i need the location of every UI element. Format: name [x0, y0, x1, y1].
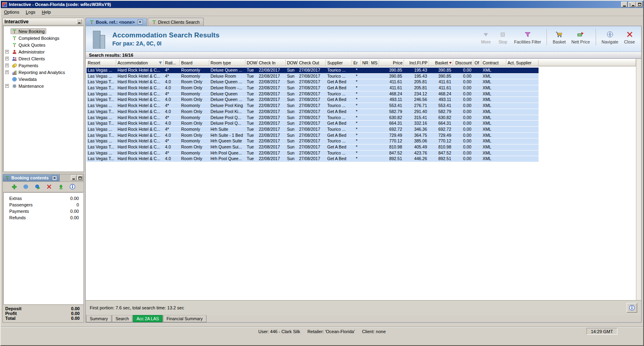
table-row-9[interactable]: Las Vegas ...Hard Rock Hotel & C...4*Roo… [87, 115, 539, 121]
col-header-er-10[interactable]: Er [352, 60, 361, 66]
bottom-tab-acc-2a-las[interactable]: Acc 2A LAS [133, 315, 162, 322]
table-row-10[interactable]: Las Vegas T...Hard Rock Hotel & C...4.0R… [87, 121, 539, 127]
col-header-check-out-8[interactable]: Check Out [298, 60, 326, 66]
col-header-rati-2[interactable]: Rati... [164, 60, 180, 66]
col-header-dow-7[interactable]: DOW [286, 60, 298, 66]
table-row-6[interactable]: Las Vegas T...Hard Rock Hotel & C...4.0R… [87, 97, 539, 103]
sidebar-item-direct-clients[interactable]: +Direct Clients [5, 55, 83, 62]
table-row-4[interactable]: Las Vegas T...Hard Rock Hotel & C...4.0R… [87, 85, 539, 91]
booking-contents-tab[interactable]: Booking contents × [3, 174, 60, 181]
expander-icon[interactable]: + [5, 57, 9, 60]
col-header-supplier-9[interactable]: Supplier [326, 60, 352, 66]
col-header-of-17[interactable]: Of [473, 60, 481, 66]
navigate-icon [607, 31, 613, 38]
table-row-2[interactable]: Las Vegas ...Hard Rock Hotel & C...4*Roo… [87, 74, 539, 80]
mdi-restore-button[interactable] [637, 2, 642, 7]
sidebar-item-label: Viewdata [19, 77, 37, 82]
cell: Tue [246, 156, 258, 162]
col-header-label: Er [353, 60, 358, 65]
globe-arrow-button[interactable] [34, 183, 41, 190]
minimize-button[interactable] [621, 2, 627, 7]
cell [370, 133, 379, 138]
table-row-8[interactable]: Las Vegas T...Hard Rock Hotel & C...4.0R… [87, 109, 539, 115]
expander-icon[interactable]: + [5, 50, 9, 54]
close-booking-contents-icon[interactable]: × [52, 175, 57, 181]
tab-direct-clients-search[interactable]: Direct Clients Search [148, 18, 204, 26]
sidebar-item-maintenance[interactable]: +Maintenance [5, 82, 83, 89]
col-header-room-type-4[interactable]: Room type [209, 60, 246, 66]
cell [473, 91, 481, 97]
table-row-14[interactable]: Las Vegas T...Hard Rock Hotel & C...4.0R… [87, 144, 539, 150]
basket-button[interactable]: Basket [550, 29, 568, 45]
booking-contents-minimize-button[interactable] [71, 175, 76, 181]
col-header-incl-fl-pp-14[interactable]: Incl.Fl.PP [404, 60, 429, 66]
globe-button[interactable] [22, 183, 29, 190]
expander-icon[interactable]: + [5, 64, 9, 67]
nett-price-button[interactable]: Nett Price [568, 29, 592, 45]
navigate-button[interactable]: Navigate [599, 29, 621, 45]
table-row-5[interactable]: Las Vegas ...Hard Rock Hotel & C...4*Roo… [87, 91, 539, 97]
col-header-accommodation-1[interactable]: Accommodation [116, 60, 164, 66]
cell: 364.75 [404, 133, 429, 138]
sidebar-item-new-booking[interactable]: New Booking [5, 28, 83, 35]
col-header-discount-16[interactable]: Discount [453, 60, 473, 66]
col-header-resort-0[interactable]: Resort [87, 60, 116, 66]
table-row-11[interactable]: Las Vegas ...Hard Rock Hotel & C...4*Roo… [87, 127, 539, 133]
add-button[interactable] [10, 183, 18, 190]
cell: * [352, 144, 361, 150]
window-title: Interactive - Ocean-Florida (code: wRezW… [9, 2, 620, 7]
col-header-board-3[interactable]: Board [180, 60, 209, 66]
facilities-filter-button[interactable]: Facilities Filter [511, 29, 544, 45]
col-header-dow-5[interactable]: DOW [246, 60, 258, 66]
col-header-basket-15[interactable]: Basket [429, 60, 453, 66]
col-header-check-in-6[interactable]: Check In [258, 60, 286, 66]
sidebar-item-administrator[interactable]: +Administrator [5, 48, 83, 55]
menu-help[interactable]: Help [39, 8, 54, 16]
tab-book-ref-none[interactable]: Book. ref.: <none>× [85, 18, 147, 26]
table-row-15[interactable]: Las Vegas ...Hard Rock Hotel & C...4*Roo… [87, 150, 539, 157]
cell: 4* [164, 127, 180, 132]
cell: Get A Bed [326, 79, 352, 85]
table-row-16[interactable]: Las Vegas T...Hard Rock Hotel & C...4.0R… [87, 156, 539, 162]
vertical-scrollbar[interactable] [636, 59, 641, 300]
sidebar-item-completed-bookings[interactable]: Completed Bookings [5, 35, 83, 41]
cell [506, 109, 539, 115]
info-button[interactable] [627, 303, 637, 313]
sidebar-item-payments[interactable]: +Payments [5, 62, 83, 69]
info-button[interactable] [69, 183, 76, 190]
col-header-price-13[interactable]: Price [379, 60, 404, 66]
close-tab-icon[interactable]: × [138, 19, 143, 25]
delete-button[interactable] [45, 183, 53, 190]
menu-options[interactable]: Options [1, 8, 23, 16]
cell: 22/08/2017 [258, 121, 286, 126]
bottom-tab-summary[interactable]: Summary [86, 315, 111, 322]
table-row-3[interactable]: Las Vegas T...Hard Rock Hotel & C...4.0R… [87, 79, 539, 85]
cell: XML [481, 150, 506, 156]
menu-logs[interactable]: Logs [23, 8, 39, 16]
col-header-ms-12[interactable]: MS [370, 60, 379, 66]
import-button[interactable] [57, 183, 64, 190]
collapse-panel-button[interactable] [76, 19, 82, 24]
close-button[interactable]: Close [621, 29, 638, 45]
bottom-tab-financial-summary[interactable]: Financial Summary [163, 315, 206, 322]
cell: Las Vegas T... [87, 144, 116, 150]
table-row-12[interactable]: Las Vegas T...Hard Rock Hotel & C...4.0R… [87, 133, 539, 139]
col-header-act-supplier-19[interactable]: Act. Supplier [506, 60, 539, 66]
booking-contents-restore-button[interactable] [77, 175, 83, 181]
table-row-13[interactable]: Las Vegas ...Hard Rock Hotel & C...4*Roo… [87, 138, 539, 144]
col-header-contract-18[interactable]: Contract [481, 60, 506, 66]
col-header-nr-11[interactable]: NR [361, 60, 370, 66]
cell [506, 144, 539, 150]
cell: XML [481, 109, 506, 115]
expander-icon[interactable]: + [5, 84, 9, 88]
cell: 810.98 [379, 144, 404, 150]
expander-icon[interactable]: + [5, 70, 9, 74]
sidebar-item-quick-quotes[interactable]: Quick Quotes [5, 41, 83, 48]
mdi-minimize-button[interactable] [630, 2, 636, 7]
sidebar-item-reporting-and-analytics[interactable]: +Reporting and Analytics [5, 69, 83, 76]
interactive-panel: Interactive New BookingCompleted Booking… [2, 18, 84, 172]
bottom-tab-search[interactable]: Search [112, 315, 132, 322]
table-row-1[interactable]: Las Vegas ...Hard Rock Hotel & C...4*Roo… [87, 68, 539, 74]
table-row-7[interactable]: Las Vegas ...Hard Rock Hotel & C...4*Roo… [87, 103, 539, 109]
sidebar-item-viewdata[interactable]: Viewdata [5, 76, 83, 82]
